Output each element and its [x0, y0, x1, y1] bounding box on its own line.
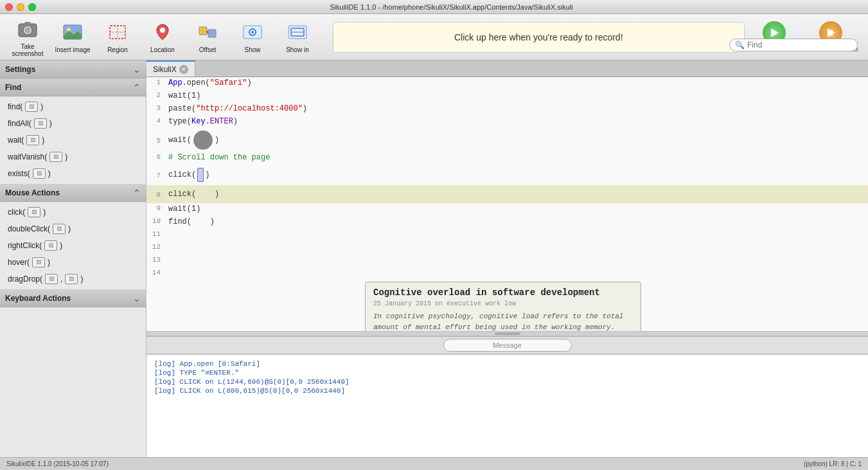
line-num-10: 10	[146, 216, 166, 225]
code-line-12: 12	[146, 242, 868, 255]
doubleclick-item[interactable]: doubleClick( 🖼 )	[5, 222, 141, 235]
line-content-2: wait(1)	[166, 90, 868, 102]
dragdrop-item[interactable]: dragDrop( 🖼 , 🖼 )	[5, 273, 141, 285]
code-editor[interactable]: 1 App.open("Safari") 2 wait(1) 3 paste("…	[146, 77, 868, 331]
log-area: [log] App.open [0:Safari] [log] TYPE "#E…	[146, 354, 868, 457]
svg-rect-10	[199, 27, 207, 35]
find-suffix: )	[40, 102, 43, 111]
dragdrop-label: dragDrop(	[8, 275, 42, 284]
line-content-1: App.open("Safari")	[166, 77, 868, 89]
close-button[interactable]	[5, 3, 13, 11]
code-line-10: 10 find( )	[146, 216, 868, 229]
find-input[interactable]	[747, 41, 852, 50]
code-line-9: 9 wait(1)	[146, 203, 868, 216]
take-screenshot-label: Take screenshot	[5, 43, 50, 57]
line-content-4: type(Key.ENTER)	[166, 116, 868, 127]
hover-item[interactable]: hover( 🖼 )	[5, 256, 141, 269]
find-item[interactable]: find( 🖼 )	[5, 100, 141, 113]
show-in-button[interactable]: Show in	[275, 18, 320, 57]
find-section-title: Find	[5, 83, 21, 92]
take-screenshot-button[interactable]: Take screenshot	[5, 18, 50, 57]
code-line-13: 13	[146, 255, 868, 267]
svg-rect-11	[208, 30, 216, 37]
rightclick-image-icon: 🖼	[44, 240, 57, 251]
offset-button[interactable]: Offset	[185, 18, 230, 57]
inline-avatar	[193, 131, 213, 150]
click-label: click(	[8, 208, 25, 217]
wait-suffix: )	[42, 136, 44, 145]
exists-suffix: )	[48, 169, 51, 178]
status-right: (python) LR: 8 | C: 1	[804, 460, 862, 467]
location-icon	[151, 21, 174, 44]
findall-item[interactable]: findAll( 🖼 )	[5, 117, 141, 130]
line-num-9: 9	[146, 203, 166, 212]
line-content-13	[166, 255, 868, 257]
settings-section-header[interactable]: Settings ⌄	[0, 60, 146, 78]
mouse-section-header[interactable]: Mouse Actions ⌃	[0, 184, 146, 202]
line-content-11	[166, 229, 868, 231]
code-line-2: 2 wait(1)	[146, 90, 868, 103]
keyboard-section-header[interactable]: Keyboard Actions ⌄	[0, 289, 146, 307]
line-num-6: 6	[146, 152, 166, 161]
dragdrop-image2-icon: 🖼	[65, 274, 78, 284]
region-button[interactable]: Region	[95, 18, 140, 57]
show-icon	[241, 21, 264, 44]
keyboard-chevron-icon: ⌄	[133, 293, 141, 303]
svg-point-9	[160, 28, 165, 33]
sidebar: Settings ⌄ Find ⌃ find( 🖼 ) findAll( 🖼 )…	[0, 60, 146, 457]
line-content-9: wait(1)	[166, 203, 868, 215]
dragdrop-suffix: )	[80, 275, 83, 284]
line-num-3: 3	[146, 103, 166, 112]
exists-item[interactable]: exists( 🖼 )	[5, 167, 141, 180]
main-area: Settings ⌄ Find ⌃ find( 🖼 ) findAll( 🖼 )…	[0, 60, 868, 457]
code-line-4: 4 type(Key.ENTER)	[146, 116, 868, 129]
find-section-header[interactable]: Find ⌃	[0, 78, 146, 96]
find-image-icon: 🖼	[25, 102, 38, 112]
tab-close-button[interactable]: ✕	[179, 65, 188, 74]
code-line-8: 8 click( )	[146, 185, 868, 203]
code-line-5: 5 wait( )	[146, 129, 868, 152]
region-icon	[106, 21, 129, 44]
doubleclick-image-icon: 🖼	[53, 224, 66, 234]
wait-item[interactable]: wait( 🖼 )	[5, 134, 141, 147]
message-input[interactable]: Message	[443, 339, 572, 352]
splitter[interactable]	[146, 331, 868, 336]
maximize-button[interactable]	[28, 3, 36, 11]
toolbar: Take screenshot Insert image	[0, 14, 868, 60]
sikulix-tab[interactable]: SikuliX ✕	[146, 60, 195, 77]
show-in-icon	[286, 21, 309, 44]
code-tooltip: Cognitive overload in software developme…	[365, 282, 641, 331]
find-chevron-icon: ⌃	[133, 82, 141, 93]
click-item[interactable]: click( 🖼 )	[5, 206, 141, 219]
findall-suffix: )	[49, 119, 52, 128]
show-label: Show	[244, 46, 260, 53]
rightclick-item[interactable]: rightClick( 🖼 )	[5, 239, 141, 252]
log-line-4: [log] CLICK on L(1244,696)@S(0)[0,0 2560…	[154, 378, 860, 386]
find-label: find(	[8, 102, 22, 111]
show-in-label: Show in	[286, 46, 309, 53]
minimize-button[interactable]	[17, 3, 24, 11]
show-button[interactable]: Show	[230, 18, 275, 57]
rightclick-suffix: )	[60, 241, 62, 250]
svg-rect-3	[24, 22, 31, 25]
mouse-section-content: click( 🖼 ) doubleClick( 🖼 ) rightClick( …	[0, 202, 146, 289]
insert-image-button[interactable]: Insert image	[50, 18, 95, 57]
find-bar: 🔍	[729, 39, 858, 51]
hover-image-icon: 🖼	[32, 257, 45, 267]
waitvanish-item[interactable]: waitVanish( 🖼 )	[5, 150, 141, 163]
line-num-13: 13	[146, 255, 166, 264]
hover-suffix: )	[48, 258, 50, 267]
tab-bar: SikuliX ✕	[146, 60, 868, 77]
line-num-14: 14	[146, 267, 166, 276]
wait-image-icon: 🖼	[26, 135, 39, 145]
line-content-14	[166, 267, 868, 270]
toolbar-center: Click up here when you're ready to recor…	[323, 22, 755, 53]
insert-image-label: Insert image	[55, 46, 90, 53]
doubleclick-label: doubleClick(	[8, 224, 50, 233]
rightclick-label: rightClick(	[8, 241, 42, 250]
location-button[interactable]: Location	[140, 18, 185, 57]
status-bar: SikulixIDE 1.1.0 (2015-10-05 17:07) (pyt…	[0, 457, 868, 470]
line-content-8: click( )	[166, 188, 868, 200]
svg-marker-19	[771, 28, 779, 37]
tooltip-body: In cognitive psychology, cognitive load …	[373, 311, 633, 331]
